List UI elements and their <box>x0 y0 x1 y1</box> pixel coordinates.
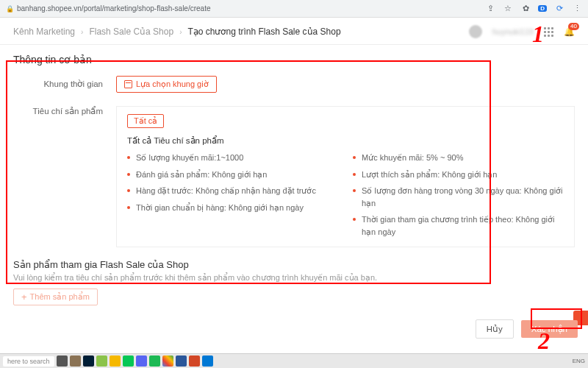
share-icon[interactable]: ⇪ <box>485 4 495 14</box>
criteria-subtitle: Tất cả Tiêu chí sản phẩm <box>127 135 564 146</box>
task-icon[interactable] <box>70 355 81 367</box>
extension-icon[interactable]: ✿ <box>520 4 531 14</box>
breadcrumb-item[interactable]: Kênh Marketing <box>13 26 75 37</box>
breadcrumb-current: Tạo chương trình Flash Sale của Shop <box>187 26 340 37</box>
criteria-item: Mức khuyến mãi: 5% ~ 90% <box>353 152 564 164</box>
time-slot-label: Khung thời gian <box>13 76 116 93</box>
criteria-list-left: Số lượng khuyến mãi:1~1000 Đánh giá sản … <box>127 152 338 242</box>
url-text: banhang.shopee.vn/portal/marketing/shop-… <box>17 4 211 13</box>
taskbar-lang[interactable]: ENG <box>573 358 585 364</box>
chevron-right-icon: › <box>179 28 182 36</box>
cast-icon[interactable]: ⟳ <box>554 4 564 14</box>
section-title-basic: Thông tin cơ bản <box>13 54 575 66</box>
task-icon[interactable] <box>149 355 160 367</box>
task-icon[interactable] <box>123 355 134 367</box>
task-icon[interactable] <box>176 355 187 367</box>
criteria-label: Tiêu chí sản phẩm <box>13 103 116 247</box>
cancel-button[interactable]: Hủy <box>476 319 514 339</box>
chevron-right-icon: › <box>81 28 83 36</box>
apps-icon[interactable] <box>544 27 553 37</box>
extension-badge[interactable]: D <box>538 5 547 12</box>
avatar[interactable] <box>469 25 482 38</box>
products-hint: Vui lòng kiểm tra tiêu chí sản phẩm trướ… <box>13 273 575 283</box>
task-icon[interactable] <box>136 355 147 367</box>
criteria-item: Thời gian chuẩn bị hàng: Không giới hạn … <box>127 202 338 214</box>
breadcrumb: Kênh Marketing › Flash Sale Của Shop › T… <box>13 26 341 37</box>
criteria-list-right: Mức khuyến mãi: 5% ~ 90% Lượt thích sản … <box>353 152 564 242</box>
criteria-item: Hàng đặt trước: Không chấp nhận hàng đặt… <box>127 185 338 197</box>
plus-icon: + <box>21 292 27 302</box>
windows-taskbar: here to search ENG <box>0 353 588 368</box>
task-icon[interactable] <box>110 355 121 367</box>
menu-icon[interactable]: ⋮ <box>572 4 582 14</box>
task-icon[interactable] <box>57 355 68 367</box>
criteria-item: Thời gian tham gia chương trình tiếp the… <box>353 213 564 238</box>
products-section-title: Sản phẩm tham gia Flash Sale của Shop <box>13 259 575 270</box>
username: huynuki119 <box>492 27 534 36</box>
criteria-item: Lượt thích sản phẩm: Không giới hạn <box>353 169 564 181</box>
criteria-item: Số lượng khuyến mãi:1~1000 <box>127 152 338 164</box>
task-icon[interactable] <box>202 355 213 367</box>
taskbar-search[interactable]: here to search <box>3 356 54 367</box>
star-icon[interactable]: ☆ <box>503 4 513 14</box>
select-time-button[interactable]: Lựa chọn khung giờ <box>116 76 217 93</box>
add-product-button[interactable]: + Thêm sản phẩm <box>13 289 98 305</box>
browser-address-bar: 🔒 banhang.shopee.vn/portal/marketing/sho… <box>0 0 588 18</box>
task-icon[interactable] <box>162 355 173 367</box>
notification-badge: 40 <box>568 23 579 30</box>
select-time-label: Lựa chọn khung giờ <box>136 79 209 89</box>
confirm-button[interactable]: Xác nhận <box>521 320 578 338</box>
breadcrumb-item[interactable]: Flash Sale Của Shop <box>89 26 173 37</box>
task-icon[interactable] <box>96 355 107 367</box>
lock-icon: 🔒 <box>6 5 14 13</box>
calendar-icon <box>124 80 132 88</box>
criteria-item: Số lượng đơn hàng trong vòng 30 ngày qua… <box>353 185 564 209</box>
criteria-box: Tất cả Tất cả Tiêu chí sản phẩm Số lượng… <box>116 106 575 247</box>
page-header: Kênh Marketing › Flash Sale Của Shop › T… <box>0 18 588 45</box>
task-icon[interactable] <box>83 355 94 367</box>
criteria-item: Đánh giá sản phẩm: Không giới hạn <box>127 169 338 181</box>
task-icon[interactable] <box>189 355 200 367</box>
criteria-all-tag[interactable]: Tất cả <box>127 114 164 128</box>
add-product-label: Thêm sản phẩm <box>30 292 90 302</box>
notifications-button[interactable]: 🔔 40 <box>564 26 575 37</box>
